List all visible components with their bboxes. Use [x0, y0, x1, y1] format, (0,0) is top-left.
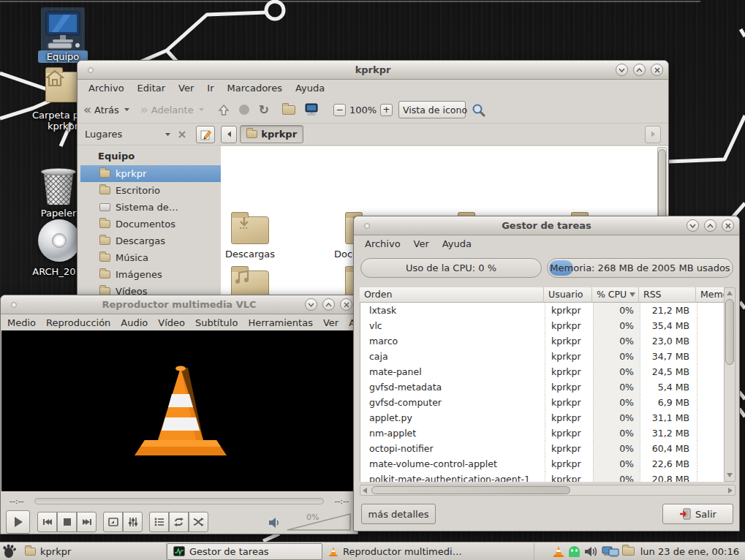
volume-slider[interactable]: 0% — [286, 512, 352, 531]
forward-button[interactable]: » Adelante — [140, 102, 205, 117]
process-list[interactable]: lxtaskkprkpr0%21,2 MB vlckprkpr0%35,4 MB… — [360, 303, 724, 482]
tray-volume-icon[interactable] — [584, 545, 599, 558]
taskbar-window-task-manager[interactable]: Gestor de tareas — [167, 543, 322, 560]
menu-ver[interactable]: Ver — [318, 315, 344, 330]
minimize-button[interactable] — [687, 219, 699, 232]
process-row[interactable]: cajakprkpr0%34,7 MB — [360, 349, 724, 364]
process-row[interactable]: octopi-notifierkprkpr0%60,4 MB — [360, 441, 724, 456]
mate-menu-button[interactable] — [0, 544, 19, 559]
desktop-icon-disc[interactable] — [38, 194, 80, 237]
edit-location-button[interactable] — [196, 126, 215, 143]
vlc-titlebar[interactable]: Reproductor multimedia VLC — [1, 295, 358, 314]
process-row[interactable]: gvfsd-metadatakprkpr0%5,4 MB — [360, 379, 724, 395]
column-header-usuario[interactable]: Usuario — [544, 287, 592, 303]
sidebar-item-descargas[interactable]: Descargas — [80, 232, 221, 249]
scroll-right-icon[interactable] — [727, 487, 734, 494]
maximize-button[interactable] — [704, 219, 716, 232]
task-manager-titlebar[interactable]: Gestor de tareas — [354, 216, 739, 235]
fullscreen-button[interactable] — [103, 512, 123, 532]
scroll-left-icon[interactable] — [361, 487, 368, 494]
menu-ayuda[interactable]: Ayuda — [436, 236, 478, 251]
stop-button[interactable] — [57, 512, 77, 532]
close-button[interactable] — [722, 219, 734, 232]
scroll-down-icon[interactable] — [725, 471, 734, 480]
playlist-button[interactable] — [149, 512, 169, 532]
tray-octopi-icon[interactable] — [569, 546, 580, 557]
up-button[interactable] — [218, 104, 230, 116]
loop-button[interactable] — [169, 512, 189, 532]
menu-video[interactable]: Vídeo — [153, 315, 190, 330]
process-row[interactable]: mate-volume-control-appletkprkpr0%22,6 M… — [360, 456, 724, 472]
refresh-button[interactable]: ↻ — [259, 102, 269, 117]
tray-desktop-folder-icon[interactable] — [622, 547, 635, 556]
tray-network-icon[interactable] — [602, 545, 619, 557]
menu-herramientas[interactable]: Herramientas — [243, 315, 318, 330]
search-button[interactable] — [472, 103, 485, 117]
seek-slider[interactable] — [34, 498, 325, 504]
process-row[interactable]: vlckprkpr0%35,4 MB — [360, 318, 724, 333]
hscrollbar-thumb[interactable] — [371, 486, 570, 494]
minimize-button[interactable] — [305, 298, 317, 311]
breadcrumb-current[interactable]: kprkpr — [240, 125, 303, 143]
column-header-orden[interactable]: Orden — [360, 287, 544, 303]
menu-ayuda[interactable]: Ayuda — [289, 80, 331, 96]
process-row[interactable]: gvfsd-computerkprkpr0%6,9 MB — [360, 395, 724, 410]
process-row[interactable]: mate-panelkprkpr0%24,5 MB — [360, 364, 724, 379]
menu-editar[interactable]: Editar — [131, 80, 173, 96]
tray-vlc-icon[interactable] — [553, 545, 564, 558]
scroll-up-icon[interactable] — [725, 289, 734, 298]
equalizer-button[interactable] — [123, 512, 143, 532]
column-header-cpu[interactable]: % CPU — [592, 287, 639, 303]
sidebar-item-imagenes[interactable]: Imágenes — [80, 266, 221, 283]
sidebar-close-icon[interactable] — [178, 131, 186, 138]
taskbar-window-kprkpr[interactable]: kprkpr — [19, 543, 167, 560]
process-row[interactable]: applet.pykprkpr0%31,1 MB — [360, 410, 724, 425]
sidebar-item-documentos[interactable]: Documentos — [80, 216, 221, 232]
more-details-button[interactable]: más detalles — [361, 504, 436, 524]
back-dropdown-icon[interactable] — [124, 107, 130, 112]
sidebar-item-sistema[interactable]: Sistema de… — [80, 199, 221, 216]
menu-marcadores[interactable]: Marcadores — [221, 80, 289, 96]
taskbar-window-vlc[interactable]: Reproductor multimedi… — [322, 543, 534, 560]
minimize-button[interactable] — [616, 64, 628, 76]
menu-audio[interactable]: Audio — [116, 315, 153, 330]
play-button[interactable] — [6, 510, 30, 534]
column-header-rss[interactable]: RSS — [639, 287, 696, 303]
process-row[interactable]: nm-appletkprkpr0%31,2 MB — [360, 425, 724, 441]
quit-button[interactable]: Salir — [662, 504, 733, 524]
folder-descargas[interactable] — [231, 216, 269, 244]
maximize-button[interactable] — [322, 298, 335, 311]
taskbar-clock[interactable]: lun 23 de ene, 00:16 — [640, 546, 739, 557]
process-row[interactable]: polkit-mate-authentication-agent-1kprkpr… — [360, 472, 724, 482]
vscrollbar-thumb[interactable] — [725, 299, 734, 365]
process-row[interactable]: lxtaskkprkpr0%21,2 MB — [360, 303, 724, 318]
sidebar-selector[interactable]: Lugares — [85, 129, 122, 140]
folder-label[interactable]: Descargas — [221, 249, 290, 260]
home-button[interactable] — [282, 105, 295, 115]
menu-ver[interactable]: Ver — [172, 80, 200, 96]
close-button[interactable] — [651, 64, 663, 76]
sidebar-item-musica[interactable]: Música — [80, 249, 221, 266]
sidebar-selector-dropdown-icon[interactable] — [164, 132, 171, 137]
back-button[interactable]: « Atrás — [83, 102, 130, 117]
close-button[interactable] — [340, 298, 352, 311]
speaker-icon[interactable] — [268, 516, 283, 529]
menu-medio[interactable]: Medio — [2, 315, 41, 330]
menu-subtitulo[interactable]: Subtítulo — [190, 315, 243, 330]
breadcrumb-scroll-left-button[interactable] — [221, 126, 237, 143]
menu-archivo[interactable]: Archivo — [358, 236, 407, 251]
menu-ir[interactable]: Ir — [200, 80, 220, 96]
computer-button[interactable] — [304, 103, 319, 116]
sidebar-item-escritorio[interactable]: Escritorio — [80, 182, 221, 199]
next-button[interactable] — [77, 512, 97, 532]
menu-archivo[interactable]: Archivo — [82, 80, 131, 96]
zoom-in-button[interactable]: + — [380, 104, 393, 116]
zoom-out-button[interactable]: − — [333, 104, 346, 116]
menu-ver[interactable]: Ver — [407, 236, 436, 251]
previous-button[interactable] — [37, 512, 57, 532]
file-manager-titlebar[interactable]: kprkpr — [77, 61, 668, 80]
view-mode-select[interactable]: Vista de icono — [398, 101, 466, 118]
process-row[interactable]: marcokprkpr0%23,0 MB — [360, 333, 724, 349]
menu-reproduccion[interactable]: Reproducción — [41, 315, 116, 330]
sidebar-item-kprkpr[interactable]: kprkpr — [80, 165, 221, 182]
